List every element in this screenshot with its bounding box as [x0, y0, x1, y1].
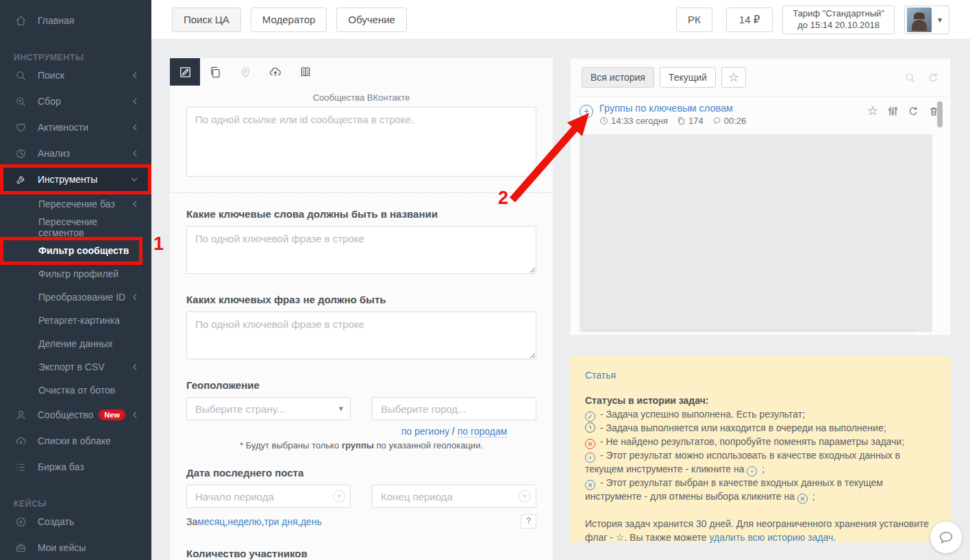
history-search-icon[interactable] [904, 72, 916, 84]
task-repeat-icon[interactable] [908, 105, 919, 117]
clear-icon[interactable]: ✕ [333, 490, 345, 502]
task-duration: 00:26 [724, 116, 747, 126]
city-input[interactable] [372, 397, 536, 420]
cloud-upload-icon [14, 435, 27, 447]
wrench-icon [14, 174, 27, 186]
plus-circle-icon: + [585, 453, 595, 463]
sidebar-section-tools: ИНСТРУМЕНТЫ [0, 42, 151, 62]
filter-form-panel: Сообщества ВКонтакте Какие ключевые слов… [170, 58, 553, 560]
training-button[interactable]: Обучение [336, 8, 407, 32]
tab-catalog[interactable] [290, 58, 321, 86]
search-icon [14, 70, 27, 81]
quick-day-link[interactable]: день [301, 516, 322, 527]
user-menu[interactable]: ▾ [904, 5, 949, 34]
vk-communities-textarea[interactable] [186, 107, 536, 177]
help-question-button[interactable]: ? [521, 514, 536, 529]
balance-button[interactable]: 14 ₽ [726, 8, 773, 32]
sidebar-item-label: Поиск [38, 70, 64, 81]
sidebar-item-profile-filter[interactable]: Фильтр профилей [0, 262, 151, 285]
sidebar-item-retarget-image[interactable]: Ретаргет-картинка [0, 309, 151, 332]
sidebar-item-segment-intersection[interactable]: Пересечение сегментов [0, 216, 151, 239]
help-box: Статья Статусы в истории задач: ✓ - Зада… [570, 356, 951, 542]
vertical-scrollbar-thumb[interactable] [937, 101, 943, 127]
by-cities-link[interactable]: по городам [458, 426, 508, 437]
task-params-icon[interactable] [887, 105, 899, 117]
date-quick-links: За месяц, неделю, три дня, день ? [186, 514, 536, 529]
sidebar-item-label: Фильтр сообществ [38, 245, 129, 256]
sidebar-item-label: Фильтр профилей [38, 268, 119, 279]
book-icon [299, 66, 312, 79]
sidebar-item-label: Преобразование ID [38, 292, 125, 303]
sidebar-item-create[interactable]: Создать [0, 509, 151, 535]
delete-history-link[interactable]: удалить всю историю задач [709, 532, 833, 543]
sidebar-item-cloud-lists[interactable]: Списки в облаке [0, 428, 151, 454]
sidebar-item-label: Экспорт в CSV [38, 361, 105, 372]
use-result-plus-icon[interactable]: + [580, 105, 593, 118]
tab-manual-edit[interactable] [170, 58, 200, 86]
status-line-empty: ✕ - Не найдено результатов, попробуйте п… [585, 435, 936, 449]
sidebar-item-collect[interactable]: Сбор [0, 88, 151, 114]
tab-from-result[interactable] [200, 58, 230, 86]
topbar: Поиск ЦА Модератор Обучение РК 14 ₽ Тари… [151, 0, 970, 40]
last-post-date-label: Дата последнего поста [186, 467, 536, 479]
history-refresh-icon[interactable] [928, 72, 939, 84]
quick-threedays-link[interactable]: три дня [264, 516, 297, 527]
exclude-keywords-textarea[interactable] [186, 311, 536, 359]
sidebar-item-community-filter[interactable]: Фильтр сообществ [0, 239, 151, 262]
chat-button[interactable] [930, 522, 962, 553]
keywords-textarea[interactable] [186, 226, 536, 274]
target-search-button[interactable]: Поиск ЦА [172, 8, 241, 32]
favorites-filter-button[interactable]: ☆ [721, 67, 746, 88]
sidebar-item-label: Главная [38, 15, 74, 26]
chevron-left-icon [131, 71, 139, 80]
sidebar-item-my-cases[interactable]: Мои кейсы [0, 535, 151, 560]
tab-upload[interactable] [260, 58, 290, 86]
chevron-left-icon [131, 362, 139, 372]
sidebar-item-activities[interactable]: Активности [0, 114, 151, 140]
task-favorite-icon[interactable]: ☆ [867, 105, 878, 117]
pencil-icon [179, 66, 192, 79]
star-icon: ☆ [616, 532, 625, 543]
period-start-input[interactable] [186, 485, 351, 508]
tab-current[interactable]: Текущий [660, 67, 716, 88]
caret-down-icon: ▾ [938, 15, 942, 25]
geo-link-separator: / [449, 426, 458, 437]
tariff-line1: Тариф "Стандартный" [793, 8, 884, 19]
moderator-button[interactable]: Модератор [251, 8, 327, 32]
sidebar-item-export-csv[interactable]: Экспорт в CSV [0, 355, 151, 379]
sidebar-item-instruments[interactable]: Инструменты [0, 166, 151, 192]
sidebar-item-search[interactable]: Поиск [0, 62, 151, 88]
main-content: Сообщества ВКонтакте Какие ключевые слов… [151, 40, 970, 560]
sidebar-item-base-intersection[interactable]: Пересечение баз [0, 192, 151, 216]
by-region-link[interactable]: по региону [401, 426, 449, 437]
keywords-label: Какие ключевые слова должны быть в назва… [186, 208, 536, 220]
article-link[interactable]: Статья [585, 369, 616, 383]
pages-icon [677, 116, 686, 125]
speech-bubble-icon [938, 529, 954, 546]
tab-all-history[interactable]: Вся история [582, 67, 654, 88]
clear-icon[interactable]: ✕ [519, 490, 531, 502]
country-select[interactable] [186, 397, 351, 420]
period-end-input[interactable] [372, 485, 536, 508]
sidebar-item-community[interactable]: Сообщество New [0, 402, 151, 428]
plus-circle-icon [14, 516, 27, 528]
sidebar-item-home[interactable]: Главная [0, 8, 151, 34]
horizontal-scrollbar[interactable] [584, 330, 915, 331]
geo-note: * Будут выбраны только группы по указанн… [186, 440, 536, 450]
task-result-placeholder [580, 134, 932, 332]
sidebar-item-data-split[interactable]: Деление данных [0, 332, 151, 355]
sidebar-item-label: Анализ [38, 148, 70, 159]
tab-geo[interactable] [230, 58, 260, 86]
chevron-left-icon [131, 123, 139, 132]
task-title-link[interactable]: Группы по ключевым словам [599, 103, 746, 114]
sidebar-section-cases: КЕЙСЫ [0, 488, 151, 509]
quick-month-link[interactable]: месяц [197, 516, 225, 527]
sidebar-item-base-exchange[interactable]: Биржа баз [0, 454, 151, 480]
quick-week-link[interactable]: неделю [227, 516, 261, 527]
sidebar-item-id-conversion[interactable]: Преобразование ID [0, 285, 151, 309]
sidebar-item-analysis[interactable]: Анализ [0, 140, 151, 166]
sidebar: Главная ИНСТРУМЕНТЫ Поиск Сбор Активност… [0, 0, 151, 560]
tariff-button[interactable]: Тариф "Стандартный" до 15:14 20.10.2018 [782, 5, 895, 34]
sidebar-item-bot-cleanup[interactable]: Очистка от ботов [0, 379, 151, 402]
rk-button[interactable]: РК [676, 8, 712, 32]
